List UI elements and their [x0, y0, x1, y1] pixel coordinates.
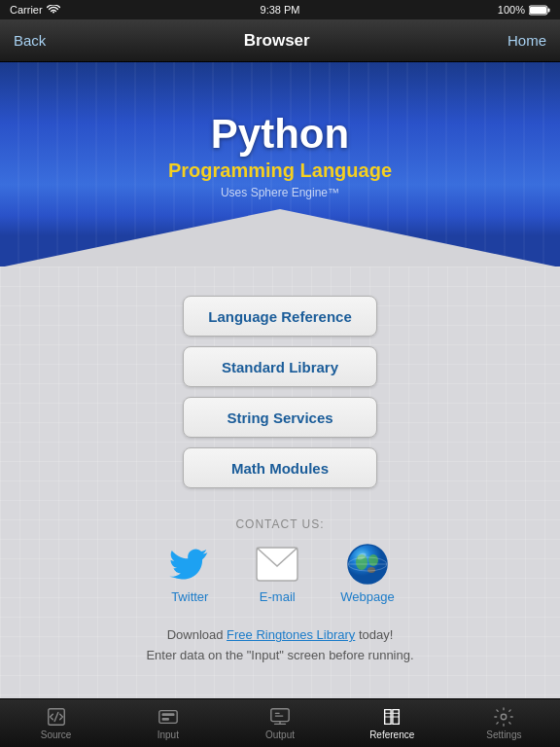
- email-contact[interactable]: E-mail: [253, 543, 301, 604]
- download-line2: Enter data on the "Input" screen before …: [146, 648, 413, 662]
- tab-source[interactable]: Source: [0, 699, 112, 747]
- hero-tagline: Uses Sphere Engine™: [221, 186, 339, 199]
- twitter-icon: [168, 543, 211, 586]
- download-text: Download Free Ringtones Library today! E…: [146, 625, 413, 666]
- status-left: Carrier: [10, 4, 60, 16]
- tab-input[interactable]: Input: [112, 699, 224, 747]
- status-bar: Carrier 9:38 PM 100%: [0, 0, 560, 19]
- source-icon: [46, 706, 67, 728]
- svg-rect-2: [530, 7, 546, 14]
- main-content: Language ReferenceStandard LibraryString…: [0, 267, 560, 698]
- battery-label: 100%: [498, 4, 525, 16]
- tab-settings-label: Settings: [486, 729, 521, 740]
- svg-point-7: [368, 567, 375, 573]
- webpage-label: Webpage: [340, 589, 394, 604]
- hero-subtitle: Programming Language: [168, 160, 392, 182]
- menu-btn-standard-library[interactable]: Standard Library: [183, 346, 377, 387]
- svg-rect-1: [548, 8, 550, 12]
- contact-icons: Twitter E-mail: [165, 543, 394, 604]
- webpage-icon-wrap: [343, 543, 392, 586]
- carrier-label: Carrier: [10, 4, 43, 16]
- menu-btn-string-services[interactable]: String Services: [183, 397, 377, 438]
- wifi-icon: [47, 5, 60, 15]
- back-button[interactable]: Back: [14, 32, 46, 49]
- nav-title: Browser: [244, 31, 310, 51]
- menu-buttons: Language ReferenceStandard LibraryString…: [183, 296, 377, 498]
- tab-bar: Source Input Output Reference Settings: [0, 698, 560, 747]
- status-right: 100%: [498, 4, 550, 16]
- svg-rect-13: [161, 713, 174, 716]
- svg-rect-12: [159, 711, 177, 724]
- home-button[interactable]: Home: [508, 32, 546, 49]
- tab-reference-label: Reference: [369, 729, 414, 740]
- contact-label: CONTACT US:: [235, 517, 324, 531]
- hero-title: Python: [211, 111, 349, 158]
- tab-output-label: Output: [265, 729, 295, 740]
- email-icon: [256, 547, 298, 582]
- reference-icon: [381, 706, 402, 728]
- nav-bar: Back Browser Home: [0, 19, 560, 62]
- download-line1: Download: [167, 627, 227, 642]
- tab-input-label: Input: [158, 729, 179, 740]
- email-label: E-mail: [260, 589, 296, 604]
- contact-section: CONTACT US: Twitter E-m: [19, 517, 541, 604]
- svg-point-16: [502, 714, 508, 720]
- battery-icon: [529, 5, 550, 16]
- ringtones-link[interactable]: Free Ringtones Library: [227, 627, 355, 642]
- input-icon: [158, 706, 179, 728]
- hero-section: Python Programming Language Uses Sphere …: [0, 62, 560, 267]
- tab-output[interactable]: Output: [224, 699, 335, 747]
- twitter-label: Twitter: [171, 589, 208, 604]
- webpage-contact[interactable]: Webpage: [340, 543, 394, 604]
- status-time: 9:38 PM: [261, 4, 300, 16]
- tab-settings[interactable]: Settings: [448, 699, 560, 747]
- output-icon: [269, 706, 291, 728]
- svg-rect-15: [271, 709, 289, 722]
- svg-rect-14: [161, 718, 168, 721]
- menu-btn-math-modules[interactable]: Math Modules: [183, 447, 377, 488]
- email-icon-wrap: [253, 543, 301, 586]
- twitter-icon-wrap: [165, 543, 214, 586]
- twitter-contact[interactable]: Twitter: [165, 543, 214, 604]
- download-today: today!: [355, 627, 393, 642]
- settings-icon: [493, 706, 514, 728]
- tab-reference[interactable]: Reference: [336, 699, 448, 747]
- globe-icon: [346, 543, 389, 586]
- tab-source-label: Source: [41, 729, 72, 740]
- menu-btn-language-reference[interactable]: Language Reference: [183, 296, 377, 337]
